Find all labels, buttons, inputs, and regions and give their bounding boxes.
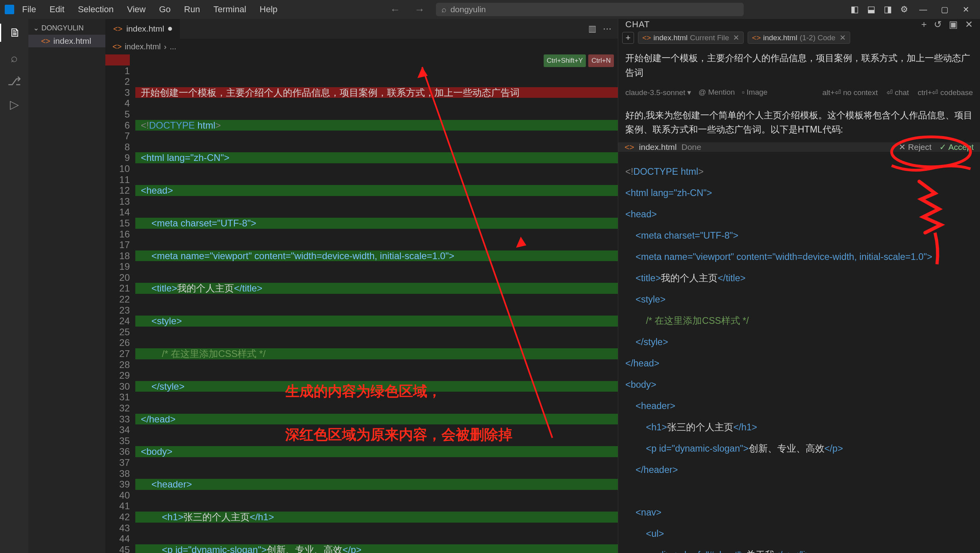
accept-button[interactable]: ✓ Accept [939,142,974,152]
split-editor-icon[interactable]: ▥ [588,24,597,34]
chat-code-block[interactable]: <!DOCTYPE html> <html lang="zh-CN"> <hea… [618,152,980,553]
activity-bar: 🗎 ⌕ ⎇ ▷ [0,19,28,553]
layout-bottom-icon[interactable]: ⬓ [864,2,878,17]
layout-right-icon[interactable]: ◨ [881,2,895,17]
hint-chat: ⏎ chat [886,88,909,97]
chevron-down-icon: ⌄ [33,24,39,32]
html-file-icon: <> [642,34,651,42]
search-icon: ⌕ [441,5,447,14]
mention-button[interactable]: @ Mention [698,88,735,97]
chevron-right-icon: › [164,42,167,51]
editor-area: <> index.html ▥ ⋯ <> index.html › ... 12… [105,19,618,553]
image-button[interactable]: ▫ Image [742,88,768,97]
folder-header[interactable]: ⌄ DONGYULIN [28,21,105,35]
menu-help[interactable]: Help [254,2,283,17]
menu-terminal[interactable]: Terminal [208,2,252,17]
hint-no-context: alt+⏎ no context [823,88,878,97]
debug-icon[interactable]: ▷ [10,97,19,111]
html-file-icon: <> [113,24,122,34]
file-label: index.html [53,36,91,46]
context-tab-current[interactable]: <> index.html Current File ✕ [638,32,744,44]
more-actions-icon[interactable]: ⋯ [603,24,612,34]
vscode-logo-icon [5,5,14,14]
chat-assistant-response: 好的,我来为您创建一个简单的个人主页介绍模板。这个模板将包含个人作品信息、项目案… [618,103,980,143]
close-button[interactable]: ✕ [956,0,975,19]
context-filename: index.html [653,34,688,42]
code-editor[interactable]: 1234567891011121314151617181920212223242… [105,54,618,553]
nav-forward-icon[interactable]: → [411,4,428,16]
context-filename: index.html [763,34,797,42]
code-filename: index.html [639,142,677,152]
folder-name: DONGYULIN [41,24,84,32]
reject-button[interactable]: ✕ Reject [899,142,931,152]
chat-code-header: <> index.html Done ✕ Reject ✓ Accept [618,142,980,152]
add-context-button[interactable]: + [622,32,634,44]
source-control-icon[interactable]: ⎇ [7,74,21,88]
breadcrumb-more: ... [170,42,176,51]
layout-left-icon[interactable]: ◧ [847,2,862,17]
history-icon[interactable]: ↺ [934,19,942,30]
nav-back-icon[interactable]: ← [387,4,404,16]
html-file-icon: <> [112,42,122,51]
maximize-button[interactable]: ▢ [935,0,954,19]
file-item-index[interactable]: <> index.html [28,35,105,47]
tab-label: index.html [126,24,164,34]
minimize-button[interactable]: — [914,0,933,19]
line-gutter: 1234567891011121314151617181920212223242… [105,54,135,553]
shortcut-accept-badge: Ctrl+Shift+Y [544,54,586,67]
hint-codebase: ctrl+⏎ codebase [918,88,973,97]
html-file-icon: <> [752,34,761,42]
code-status: Done [681,142,701,152]
breadcrumb[interactable]: <> index.html › ... [105,39,618,54]
menu-run[interactable]: Run [179,2,206,17]
search-activity-icon[interactable]: ⌕ [11,51,18,65]
context-suffix: (1-2) Code [800,34,836,42]
close-icon[interactable]: ✕ [733,33,739,42]
title-bar: File Edit Selection View Go Run Terminal… [0,0,980,19]
tab-index-html[interactable]: <> index.html [105,19,180,39]
chat-user-prompt: 开始创建一个模板，主要介绍个人的作品信息，项目案例，联系方式，加上一些动态广告词 [618,45,980,86]
dirty-dot-icon [168,27,172,31]
shortcut-reject-badge: Ctrl+N [588,54,614,67]
html-file-icon: <> [41,37,50,46]
deleted-line-text: 开始创建一个模板，主要介绍个人的作品信息，项目案例，联系方式，加上一些动态广告词 [141,87,520,98]
close-chat-icon[interactable]: ✕ [965,19,973,30]
chat-title: CHAT [625,19,650,30]
code-content[interactable]: Ctrl+Shift+Y Ctrl+N 开始创建一个模板，主要介绍个人的作品信息… [135,54,618,553]
annotation-2: 深红色区域为原来内容，会被删除掉 [285,429,512,440]
breadcrumb-file: index.html [125,42,161,51]
model-selector[interactable]: claude-3.5-sonnet ▾ [625,88,691,97]
menu-go[interactable]: Go [153,2,176,17]
explorer-icon[interactable]: 🗎 [0,24,28,42]
chat-panel: CHAT + ↺ ▣ ✕ + <> index.html Current Fil… [618,19,980,553]
search-text: dongyulin [451,5,486,14]
tab-bar: <> index.html ▥ ⋯ [105,19,618,39]
layout-icon[interactable]: ▣ [949,19,958,30]
close-icon[interactable]: ✕ [840,33,846,42]
menu-file[interactable]: File [17,2,41,17]
command-search-input[interactable]: ⌕ dongyulin [436,3,744,16]
menu-selection[interactable]: Selection [72,2,119,17]
html-file-icon: <> [625,142,634,152]
menu-edit[interactable]: Edit [44,2,70,17]
new-chat-icon[interactable]: + [921,19,927,30]
context-suffix: Current File [690,34,729,42]
menu-view[interactable]: View [122,2,151,17]
context-tab-range[interactable]: <> index.html (1-2) Code ✕ [748,32,850,44]
sidebar-explorer: ⌄ DONGYULIN <> index.html [28,19,105,553]
gear-icon[interactable]: ⚙ [897,2,911,17]
